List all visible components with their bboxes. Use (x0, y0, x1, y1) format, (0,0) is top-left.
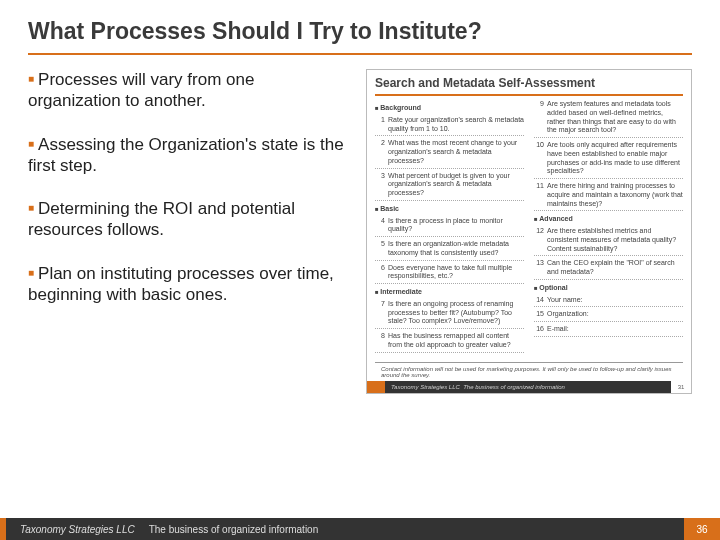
bullet-icon: ■ (28, 138, 34, 151)
bullet-item: ■Determining the ROI and potential resou… (28, 198, 348, 241)
assessment-item: 15Organization: (534, 310, 683, 322)
section-heading: ■ Background (375, 104, 524, 113)
assessment-item: 4Is there a process in place to monitor … (375, 217, 524, 238)
embedded-rule (375, 94, 683, 96)
slide-footer: Taxonomy Strategies LLC The business of … (0, 518, 720, 540)
embedded-page-number: 31 (671, 384, 691, 390)
slide: What Processes Should I Try to Institute… (0, 0, 720, 540)
bullet-text: Processes will vary from one organizatio… (28, 70, 254, 110)
footer-page-number: 36 (684, 518, 720, 540)
footer-tagline: The business of organized information (149, 524, 319, 535)
assessment-item: 6Does everyone have to take full multipl… (375, 264, 524, 285)
bullet-icon: ■ (28, 267, 34, 280)
assessment-item: 2What was the most recent change to your… (375, 139, 524, 168)
assessment-item: 3What percent of budget is given to your… (375, 172, 524, 201)
embedded-columns: ■ Background 1Rate your organization's s… (375, 100, 683, 356)
assessment-item: 12Are there established metrics and cons… (534, 227, 683, 256)
assessment-item: 13Can the CEO explain the "ROI" of searc… (534, 259, 683, 280)
bullet-icon: ■ (28, 73, 34, 86)
slide-body: ■Processes will vary from one organizati… (28, 69, 692, 394)
title-rule (28, 53, 692, 55)
bullet-item: ■Assessing the Organization's state is t… (28, 134, 348, 177)
section-heading: ■ Intermediate (375, 288, 524, 297)
section-heading: ■ Advanced (534, 215, 683, 224)
bullet-icon: ■ (28, 202, 34, 215)
footer-bar: Taxonomy Strategies LLC The business of … (6, 518, 684, 540)
assessment-item: 10Are tools only acquired after requirem… (534, 141, 683, 179)
assessment-item: 1Rate your organization's search & metad… (375, 116, 524, 137)
footer-company: Taxonomy Strategies LLC (20, 524, 135, 535)
bullet-list: ■Processes will vary from one organizati… (28, 69, 348, 305)
slide-title: What Processes Should I Try to Institute… (28, 18, 692, 45)
bullet-text: Assessing the Organization's state is th… (28, 135, 344, 175)
section-heading: ■ Basic (375, 205, 524, 214)
bullet-column: ■Processes will vary from one organizati… (28, 69, 348, 394)
embedded-footer: Taxonomy Strategies LLC The business of … (367, 381, 691, 393)
bullet-item: ■Plan on instituting processes over time… (28, 263, 348, 306)
assessment-item: 11Are there hiring and training processe… (534, 182, 683, 211)
assessment-item: 5Is there an organization-wide metadata … (375, 240, 524, 261)
embedded-col-right: 9Are system features and metadata tools … (534, 100, 683, 356)
embedded-col-left: ■ Background 1Rate your organization's s… (375, 100, 524, 356)
section-heading: ■ Optional (534, 284, 683, 293)
bullet-item: ■Processes will vary from one organizati… (28, 69, 348, 112)
assessment-item: 16E-mail: (534, 325, 683, 337)
assessment-item: 14Your name: (534, 296, 683, 308)
embedded-title: Search and Metadata Self-Assessment (375, 76, 683, 90)
assessment-item: 7Is there an ongoing process of renaming… (375, 300, 524, 329)
assessment-item: 9Are system features and metadata tools … (534, 100, 683, 138)
embedded-footer-bar: Taxonomy Strategies LLC The business of … (385, 381, 671, 393)
assessment-item: 8Has the business remapped all content f… (375, 332, 524, 353)
embedded-footer-accent (367, 381, 385, 393)
embedded-slide: Search and Metadata Self-Assessment ■ Ba… (366, 69, 692, 394)
bullet-text: Plan on instituting processes over time,… (28, 264, 334, 304)
embedded-footnote: Contact information will not be used for… (375, 362, 683, 381)
bullet-text: Determining the ROI and potential resour… (28, 199, 295, 239)
